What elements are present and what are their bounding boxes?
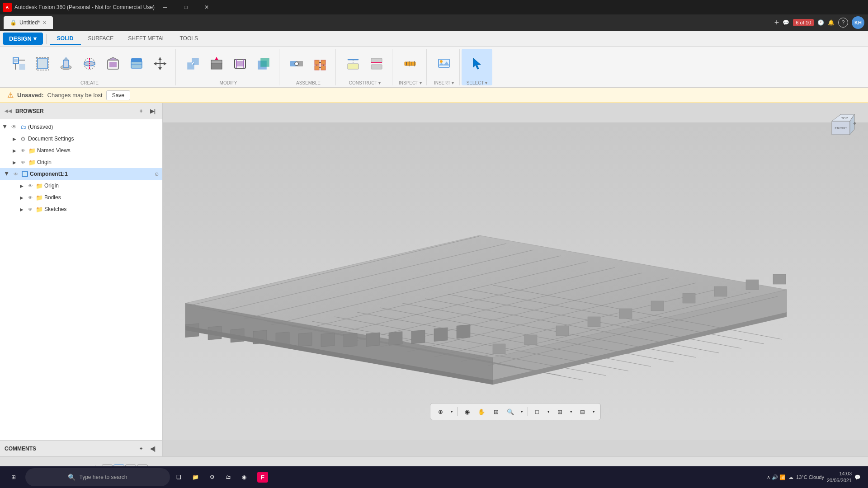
- user-avatar[interactable]: KH: [852, 16, 864, 29]
- assemble-group: ASSEMBLE: [281, 49, 336, 85]
- snap-grid-button[interactable]: ⊟: [576, 405, 589, 418]
- tree-named-views[interactable]: ▶ 👁 📁 Named Views: [0, 145, 162, 156]
- save-button[interactable]: Save: [106, 90, 130, 100]
- search-bar[interactable]: 🔍 Type here to search: [25, 468, 170, 486]
- unsaved-message: Unsaved:: [17, 92, 44, 99]
- svg-rect-50: [348, 59, 359, 60]
- create-sketch-tool[interactable]: [32, 52, 53, 75]
- minimize-button[interactable]: ─: [155, 0, 175, 14]
- assemble-group-label: ASSEMBLE: [296, 79, 321, 85]
- shell-tool[interactable]: [102, 52, 124, 75]
- measure-tool[interactable]: [399, 52, 421, 75]
- doc-tab-close[interactable]: ✕: [42, 20, 47, 26]
- zoom-window-button[interactable]: ⊞: [490, 405, 502, 418]
- comments-collapse-icon[interactable]: ◀|: [148, 444, 158, 454]
- select-tool[interactable]: [466, 52, 488, 75]
- origin-arrow[interactable]: ▶: [11, 159, 18, 166]
- midplane-tool[interactable]: [366, 52, 387, 75]
- modify-tool[interactable]: [126, 52, 147, 75]
- chat-icon[interactable]: 💬: [783, 19, 789, 26]
- orbit-button[interactable]: ◉: [461, 405, 473, 418]
- filemanager-button[interactable]: 🗂: [221, 468, 236, 486]
- design-button[interactable]: DESIGN ▾: [3, 33, 43, 45]
- help-icon[interactable]: ?: [838, 18, 848, 28]
- tree-component1[interactable]: ▶ 👁 Component1:1 ⊙: [0, 168, 162, 180]
- comments-add-icon[interactable]: +: [136, 444, 146, 454]
- origin-icon: 📁: [28, 158, 36, 166]
- sys-icons[interactable]: ∧ 🔊 📶: [767, 474, 786, 480]
- browser-tree: ▶ 👁 🗂 (Unsaved) ▶ ⚙ Document Settings ▶ …: [0, 119, 162, 440]
- tab-tools[interactable]: TOOLS: [172, 33, 205, 45]
- move-tool[interactable]: [149, 52, 171, 75]
- extrude-tool[interactable]: [55, 52, 77, 75]
- joint-tool[interactable]: [286, 52, 307, 75]
- start-button[interactable]: ⊞: [4, 468, 24, 486]
- doc-tab-untitled[interactable]: 🔒 Untitled* ✕: [4, 16, 53, 29]
- snap-grid-arrow[interactable]: ▾: [590, 405, 597, 418]
- ribbon-content: CREATE MODIFY: [0, 47, 868, 88]
- grid-arrow[interactable]: ▾: [568, 405, 574, 418]
- notification-icon[interactable]: 💬: [854, 474, 861, 480]
- snap-button[interactable]: ⊕: [434, 405, 447, 418]
- pan-button[interactable]: ✋: [475, 405, 488, 418]
- search-placeholder: Type here to search: [79, 474, 127, 480]
- maximize-button[interactable]: □: [175, 0, 196, 14]
- close-button[interactable]: ✕: [196, 0, 217, 14]
- add-tab-button[interactable]: +: [774, 18, 779, 28]
- bodies-arrow[interactable]: ▶: [18, 194, 25, 201]
- settings-button[interactable]: ⚙: [205, 468, 219, 486]
- named-views-arrow[interactable]: ▶: [11, 147, 18, 154]
- svg-rect-103: [411, 330, 425, 344]
- zoom-button[interactable]: 🔍: [504, 405, 517, 418]
- new-component-tool[interactable]: [8, 52, 30, 75]
- doc-settings-arrow[interactable]: ▶: [11, 135, 18, 142]
- tree-doc-settings[interactable]: ▶ ⚙ Document Settings: [0, 133, 162, 145]
- svg-rect-105: [457, 325, 470, 339]
- taskview-button[interactable]: ❑: [172, 468, 186, 486]
- combine-tool[interactable]: [253, 52, 274, 75]
- tab-sheet-metal[interactable]: SHEET METAL: [121, 33, 172, 45]
- svg-rect-6: [38, 59, 47, 69]
- tab-surface[interactable]: SURFACE: [81, 33, 121, 45]
- viewport[interactable]: FRONT TOP R ⊕ ▾ ◉ ✋ ⊞ 🔍 ▾ □ ▾ ⊞ ▾ ⊟ ▾: [163, 103, 868, 440]
- browser-collapse-icon[interactable]: ◀◀: [5, 108, 12, 113]
- grid-button[interactable]: ⊞: [553, 405, 566, 418]
- offset-plane-tool[interactable]: [342, 52, 364, 75]
- assemble-icons: [286, 49, 331, 79]
- tree-root[interactable]: ▶ 👁 🗂 (Unsaved): [0, 121, 162, 133]
- rigid-group-tool[interactable]: [309, 52, 331, 75]
- fillet-tool[interactable]: [182, 52, 204, 75]
- revolve-tool[interactable]: [79, 52, 100, 75]
- browser-add-icon[interactable]: +: [136, 106, 146, 116]
- shell-modify-tool[interactable]: [229, 52, 251, 75]
- component1-arrow[interactable]: ▶: [4, 170, 11, 178]
- svg-rect-101: [366, 333, 380, 347]
- origin2-arrow[interactable]: ▶: [18, 182, 25, 189]
- tree-origin[interactable]: ▶ 👁 📁 Origin: [0, 156, 162, 168]
- tree-sketches[interactable]: ▶ 👁 📁 Sketches: [0, 203, 162, 215]
- svg-rect-44: [321, 66, 326, 70]
- clock-icon[interactable]: 🕐: [817, 19, 824, 26]
- root-vis-icon: 👁: [10, 123, 18, 131]
- bell-icon[interactable]: 🔔: [828, 19, 835, 26]
- sketches-arrow[interactable]: ▶: [18, 206, 25, 213]
- tree-bodies[interactable]: ▶ 👁 📁 Bodies: [0, 192, 162, 203]
- insert-image-tool[interactable]: [433, 52, 455, 75]
- origin2-icon: 📁: [35, 182, 43, 190]
- display-mode-button[interactable]: □: [531, 405, 543, 418]
- press-pull-tool[interactable]: [206, 52, 227, 75]
- explorer-button[interactable]: 📁: [188, 468, 203, 486]
- svg-rect-109: [588, 317, 600, 327]
- browser-collapse-right[interactable]: ▶|: [148, 106, 158, 116]
- chrome-button[interactable]: ◉: [237, 468, 251, 486]
- display-mode-arrow[interactable]: ▾: [545, 405, 552, 418]
- snap-arrow[interactable]: ▾: [448, 405, 455, 418]
- svg-rect-4: [19, 64, 25, 70]
- create-group-label: CREATE: [80, 79, 99, 85]
- tab-solid[interactable]: SOLID: [50, 33, 81, 45]
- zoom-arrow[interactable]: ▾: [519, 405, 525, 418]
- cube-nav[interactable]: FRONT TOP R: [823, 108, 859, 144]
- tree-origin2[interactable]: ▶ 👁 📁 Origin: [0, 180, 162, 192]
- fusion-button[interactable]: F: [253, 468, 273, 486]
- root-arrow[interactable]: ▶: [2, 123, 9, 131]
